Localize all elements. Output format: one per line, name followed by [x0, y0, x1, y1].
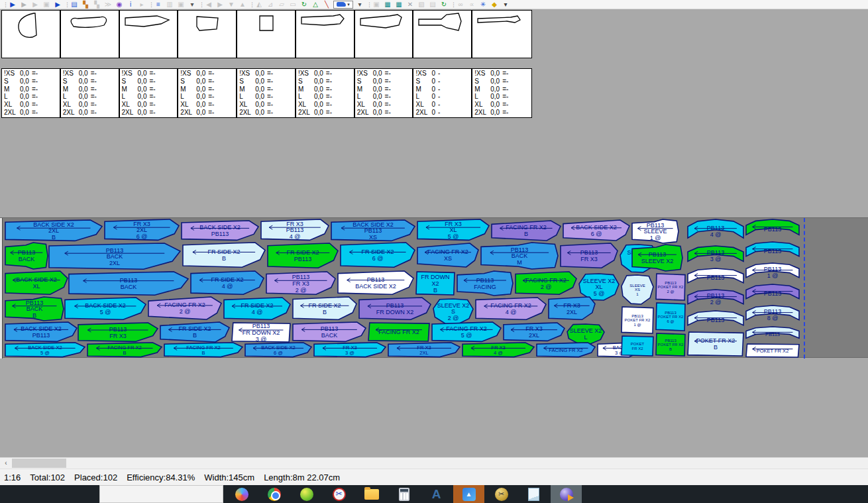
marker-piece[interactable]: FACING FR X2	[537, 343, 595, 357]
marker-piece[interactable]: PB113FR X3	[78, 323, 158, 341]
tilt-icon[interactable]: △	[311, 0, 320, 9]
zoom-tool-icon[interactable]: ◉	[115, 0, 124, 9]
rerun-disabled-icon[interactable]: ▶	[19, 0, 28, 9]
marker-piece[interactable]: FACING FR X2B	[492, 221, 561, 241]
piece-card-collar[interactable]	[61, 11, 120, 58]
marker-piece[interactable]: BACK SIDE X26 @	[245, 343, 311, 357]
link-disabled-icon[interactable]: ∞	[456, 0, 465, 9]
size-table-column[interactable]: !XS0,0=-S0,0=-M0,0=-L0,0=-XL0,0=-2XL0,0=…	[120, 69, 179, 117]
marker-piece[interactable]: SLEEVE X2XL5 @	[579, 274, 619, 300]
marker-piece[interactable]: PB113BACK SIDE X2	[338, 271, 413, 294]
marker-piece[interactable]: FR X3PB1134 @	[261, 219, 329, 240]
notepad-taskbar-button[interactable]	[518, 485, 549, 503]
move-down-disabled-icon[interactable]: ▼	[227, 0, 236, 9]
open-marker-icon[interactable]: ▤	[70, 0, 79, 9]
marker-piece[interactable]: FACING FR X24 @	[476, 298, 546, 319]
marker-piece[interactable]: PB1131 @	[746, 263, 799, 279]
step-disabled-icon[interactable]: ▶	[30, 0, 40, 9]
size-table-column[interactable]: !XS0,0=-S0,0=-M0,0=-L0,0=-XL0,0=-2XL0,0=…	[472, 69, 531, 117]
marker-piece[interactable]: FR SIDE X2PB113	[268, 243, 338, 268]
marker-piece[interactable]: PB113FR DOWN X23 @	[232, 323, 290, 343]
list-dropdown-icon[interactable]: ▾	[188, 0, 197, 9]
scroll-left-button[interactable]: ‹	[0, 458, 12, 469]
marker-piece[interactable]: PB113POKET FR X26 @	[656, 303, 685, 331]
marker-area[interactable]: BACK SIDE X22XLBFR X32XL6 @BACK SIDE X2P…	[0, 217, 868, 358]
marker-piece[interactable]: FR X32XL	[388, 343, 460, 357]
link2-disabled-icon[interactable]: ∝	[467, 0, 476, 9]
horizontal-scrollbar[interactable]: ‹	[0, 457, 868, 469]
run-nest-icon[interactable]: ▶	[8, 0, 17, 9]
marker-piece[interactable]: FR DOWNX2B	[416, 272, 455, 295]
flag-disabled-icon[interactable]: ▸	[137, 0, 146, 9]
calculator-taskbar-button[interactable]	[388, 485, 419, 503]
gold-scissors-taskbar-button[interactable]: ✂	[486, 485, 517, 503]
piece-card-frside[interactable]	[120, 11, 179, 58]
check-disabled-icon[interactable]: ▣	[176, 0, 186, 9]
piece-select-combo[interactable]: ▾	[333, 1, 353, 9]
marker-piece[interactable]: PB113BACK	[69, 272, 188, 295]
piece-card-back[interactable]	[413, 11, 472, 58]
rotate-cw-icon[interactable]: ↻	[299, 0, 309, 9]
marker-piece[interactable]: PB113FR X3	[561, 243, 618, 268]
marker-piece[interactable]: FR X32XL	[504, 323, 565, 341]
marker-piece[interactable]: FACING FR X2B	[87, 343, 162, 357]
move-right-disabled-icon[interactable]: ▶	[215, 0, 225, 9]
marker-piece[interactable]: FR X32XL	[549, 297, 595, 319]
marker-piece[interactable]: FR X3XL5 @	[417, 219, 489, 240]
size-table-column[interactable]: !XS0,0=-S0,0=-M0,0=-L0,0=-XL0,0=-2XL0,0=…	[237, 69, 296, 117]
marker-piece[interactable]: PB113	[746, 219, 799, 235]
marker-piece[interactable]: BACK SIDE X25 @	[5, 343, 85, 357]
image-box-disabled-icon[interactable]: ▧	[417, 0, 426, 9]
size-table-column[interactable]: !XS0,0=-S0,0=-M0,0=-L0,0=-XL0,0=-2XL0,0=…	[2, 69, 61, 117]
marker-piece[interactable]: FR SIDE X2B	[183, 243, 265, 267]
marker-piece[interactable]: FACING FR X2XS	[417, 243, 478, 267]
marker-piece[interactable]: PB113POKET FR X2B	[656, 333, 685, 356]
marker-piece[interactable]: SLEEVE X2S2 @	[433, 299, 473, 324]
play-double-disabled-icon[interactable]: ≫	[103, 0, 113, 9]
run-boxed-icon[interactable]: ▶	[53, 0, 62, 9]
size-table-column[interactable]: !XS0,0=-S0,0=-M0,0=-L0,0=-XL0,0=-2XL0,0=…	[355, 69, 414, 117]
piece-card-facing[interactable]	[472, 11, 531, 58]
marker-piece[interactable]: PB113POKET FR X22 @	[656, 274, 685, 300]
size-table-column[interactable]: !XS0-S0-M0-L0-XL0-2XL0-	[413, 69, 472, 117]
scrollbar-thumb[interactable]	[12, 459, 66, 468]
marker-piece[interactable]: PB113	[688, 311, 743, 325]
marker-piece[interactable]: PB113SLEEVE X2	[632, 245, 682, 271]
marker-piece[interactable]: FACING FR X2B	[164, 343, 243, 357]
piece-card-frdown[interactable]	[178, 11, 237, 58]
file-explorer-taskbar-button[interactable]	[356, 485, 387, 503]
flip-v-disabled-icon[interactable]: ⊿	[266, 0, 275, 9]
size-table-column[interactable]: !XS0,0=-S0,0=-M0,0=-L0,0=-XL0,0=-2XL0,0=…	[296, 69, 355, 117]
marker-piece[interactable]: BACK SIDE X2XL	[5, 271, 68, 294]
marker-piece[interactable]: PB113BACK	[5, 243, 48, 269]
marker-piece[interactable]: PB1134 @	[688, 219, 743, 238]
marker-piece[interactable]: FR SIDE X2B	[293, 297, 356, 319]
report-disabled-icon[interactable]: ▥	[165, 0, 174, 9]
move-left-disabled-icon[interactable]: ◀	[204, 0, 213, 9]
a-app-taskbar-button[interactable]: A	[421, 485, 452, 503]
marker-piece[interactable]: POKET FR X2	[746, 344, 799, 357]
marker-piece[interactable]: PB113FR DOWN X2	[359, 298, 431, 319]
size-table-icon[interactable]: ▦	[383, 0, 392, 9]
marker-app-taskbar-button[interactable]	[551, 485, 582, 503]
pieces-colored-icon[interactable]: ▚	[81, 0, 90, 9]
pair-disabled-icon[interactable]: ▱	[277, 0, 286, 9]
combo-dropdown-icon[interactable]: ▾	[355, 0, 364, 9]
refresh-icon[interactable]: ↻	[439, 0, 449, 9]
marker-piece[interactable]: PB113BACKM	[481, 243, 558, 269]
marker-piece[interactable]: FACING FR X22 @	[515, 272, 576, 294]
pattern-scissors-taskbar-button[interactable]: ✂	[323, 485, 354, 503]
marker-piece[interactable]: FR SIDE X24 @	[224, 298, 290, 319]
pieces-disabled-icon[interactable]: ▚	[92, 0, 101, 9]
marker-piece[interactable]: BACK SIDE X2PB113	[182, 221, 258, 240]
marker-piece[interactable]: PB113POKET FR X21 @	[622, 307, 653, 333]
marker-piece[interactable]: FR SIDE X2B	[160, 322, 229, 342]
close-x-icon[interactable]: ✕	[406, 0, 415, 9]
marker-piece[interactable]: POKETFR X2	[622, 336, 653, 356]
settings-tool-icon[interactable]: ✳	[478, 0, 488, 9]
marker-piece[interactable]: BACK SIDE X26 @	[563, 220, 629, 241]
pair2-disabled-icon[interactable]: ▭	[288, 0, 298, 9]
marker-piece[interactable]: FR X34 @	[462, 343, 534, 357]
list-view-icon[interactable]: ≡	[154, 0, 163, 9]
marker-piece[interactable]: POKET FR X2B	[688, 332, 743, 356]
